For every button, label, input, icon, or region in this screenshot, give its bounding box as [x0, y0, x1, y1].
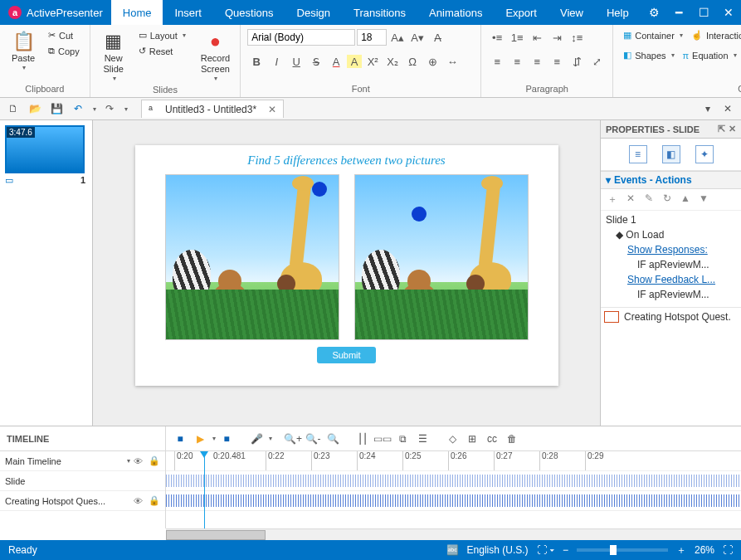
new-doc-icon[interactable]: 🗋: [5, 100, 22, 117]
cut-button[interactable]: ✂Cut: [45, 28, 83, 42]
font-family-select[interactable]: [247, 29, 355, 46]
timeline-ruler[interactable]: 0:20 0:20.481 0:22 0:23 0:24 0:25 0:26 0…: [166, 451, 741, 471]
spellcheck-icon[interactable]: 🔤: [446, 544, 459, 556]
tl-play-icon[interactable]: ▶: [191, 430, 209, 448]
lock-icon[interactable]: 🔒: [149, 495, 160, 506]
tl-cc-icon[interactable]: cc: [483, 430, 501, 448]
pin-icon[interactable]: ⇱: [718, 124, 725, 134]
zoom-in-icon[interactable]: ＋: [676, 543, 686, 558]
tl-group-icon[interactable]: ▭▭: [373, 430, 392, 448]
lock-icon[interactable]: 🔒: [149, 455, 160, 466]
scrollbar-thumb[interactable]: [166, 530, 266, 540]
fullscreen-icon[interactable]: ⛶: [723, 544, 733, 556]
font-size-select[interactable]: [357, 29, 387, 46]
tl-zoomin-icon[interactable]: 🔍+: [284, 430, 302, 448]
close-button[interactable]: ✕: [716, 0, 741, 25]
align-left-icon[interactable]: ≡: [488, 52, 506, 71]
interaction-button[interactable]: ☝Interaction: [688, 28, 741, 42]
tree-event[interactable]: ◆ On Load: [604, 227, 738, 242]
document-tab[interactable]: a Untitled3 - Untitled3* ✕: [141, 100, 284, 118]
tree-condition-1[interactable]: IF apReviewM...: [604, 257, 738, 272]
shapes-button[interactable]: ◧Shapes▾: [620, 48, 677, 62]
prop-general-icon[interactable]: ≡: [629, 145, 647, 163]
slide-thumbnail[interactable]: 3:47.6: [5, 125, 85, 173]
timeline-scrollbar[interactable]: [166, 528, 741, 540]
outdent-icon[interactable]: ⇤: [528, 28, 546, 46]
resource-item[interactable]: Creating Hotspot Quest.: [604, 311, 738, 323]
reset-button[interactable]: ↺Reset: [135, 44, 189, 58]
char-spacing-icon[interactable]: ↔: [443, 52, 461, 71]
container-button[interactable]: ▦Container▾: [620, 28, 686, 42]
zoom-thumb[interactable]: [610, 545, 617, 555]
movedown-event-icon[interactable]: ▼: [697, 192, 710, 207]
tab-help[interactable]: Help: [595, 0, 641, 25]
track-slide[interactable]: Slide: [0, 471, 165, 491]
tl-snap-icon[interactable]: ⧉: [393, 430, 412, 448]
equation-button[interactable]: πEquation▾: [680, 49, 740, 62]
subscript-icon[interactable]: X₂: [383, 52, 402, 71]
slide-canvas[interactable]: Find 5 differences between two pictures: [93, 120, 600, 426]
tab-animations[interactable]: Animations: [417, 0, 494, 25]
undo-icon[interactable]: ↶: [70, 100, 86, 117]
prop-interactivity-icon[interactable]: ✦: [695, 145, 714, 163]
tab-questions[interactable]: Questions: [213, 0, 285, 25]
copy-button[interactable]: ⧉Copy: [45, 44, 83, 58]
timeline-tracks[interactable]: 0:20 0:20.481 0:22 0:23 0:24 0:25 0:26 0…: [166, 451, 741, 528]
tl-delete-icon[interactable]: 🗑: [503, 430, 521, 448]
bullets-icon[interactable]: •≡: [488, 28, 506, 46]
italic-icon[interactable]: I: [267, 52, 285, 71]
numbering-icon[interactable]: 1≡: [508, 28, 526, 46]
zoom-percent[interactable]: 26%: [695, 544, 714, 556]
tree-action-show-feedback[interactable]: Show Feedback L...: [604, 272, 738, 287]
tab-export[interactable]: Export: [494, 0, 548, 25]
close-properties-icon[interactable]: ✕: [729, 124, 736, 134]
maximize-button[interactable]: ☐: [691, 0, 716, 25]
add-event-icon[interactable]: ＋: [606, 192, 619, 207]
tab-view[interactable]: View: [548, 0, 595, 25]
bold-icon[interactable]: B: [247, 52, 266, 71]
omega-icon[interactable]: Ω: [403, 52, 422, 71]
track-row-slide[interactable]: [166, 471, 741, 491]
open-icon[interactable]: 📂: [27, 100, 43, 117]
tree-condition-2[interactable]: IF apReviewM...: [604, 287, 738, 302]
track-main[interactable]: Main Timeline▾👁🔒: [0, 451, 165, 471]
eye-icon[interactable]: 👁: [134, 496, 145, 506]
grow-font-icon[interactable]: A▴: [388, 28, 407, 46]
underline-icon[interactable]: U: [287, 52, 305, 71]
minimize-button[interactable]: ━: [666, 0, 691, 25]
moveup-event-icon[interactable]: ▲: [679, 192, 692, 207]
tl-insert-icon[interactable]: ⊞: [463, 430, 481, 448]
status-language[interactable]: English (U.S.): [467, 544, 529, 556]
tab-home[interactable]: Home: [111, 0, 163, 25]
hotspot-marker[interactable]: [412, 207, 427, 222]
settings-icon[interactable]: ⚙: [641, 0, 666, 25]
tl-zoomfit-icon[interactable]: 🔍: [324, 430, 342, 448]
highlight-icon[interactable]: A: [347, 55, 362, 68]
prop-size-icon[interactable]: ◧: [662, 145, 680, 163]
font-color-icon[interactable]: A: [327, 52, 345, 71]
tab-transitions[interactable]: Transitions: [342, 0, 417, 25]
submit-button[interactable]: Submit: [317, 347, 375, 363]
eye-icon[interactable]: 👁: [134, 456, 145, 466]
align-center-icon[interactable]: ≡: [508, 52, 526, 71]
paste-button[interactable]: 📋 Paste▾: [7, 28, 40, 74]
tab-insert[interactable]: Insert: [163, 0, 213, 25]
save-icon[interactable]: 💾: [48, 100, 65, 117]
align-right-icon[interactable]: ≡: [528, 52, 546, 71]
strike-icon[interactable]: S̶: [307, 52, 325, 71]
redo-icon[interactable]: ↷: [101, 100, 118, 117]
zoom-slider[interactable]: [577, 548, 668, 552]
fit-icon[interactable]: ⛶ ▾: [537, 544, 554, 556]
track-hotspot[interactable]: Creating Hotspot Ques...👁🔒: [0, 491, 165, 511]
picture-left[interactable]: [165, 174, 339, 340]
text-direction-icon[interactable]: ⤢: [587, 52, 606, 71]
tl-record-icon[interactable]: ■: [217, 430, 236, 448]
tl-mic-icon[interactable]: 🎤: [247, 430, 266, 448]
track-row-audio[interactable]: [166, 491, 741, 511]
record-screen-button[interactable]: ● Record Screen▾: [197, 28, 233, 85]
tl-stop-icon[interactable]: ■: [171, 430, 189, 448]
edit-event-icon[interactable]: ✎: [642, 192, 656, 207]
close-panel-icon[interactable]: ✕: [719, 100, 736, 117]
superscript-icon[interactable]: X²: [363, 52, 382, 71]
indent-icon[interactable]: ⇥: [548, 28, 566, 46]
